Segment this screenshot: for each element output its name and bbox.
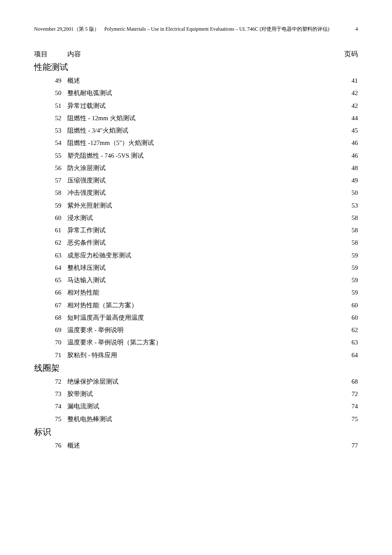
toc-item-page: 42 — [332, 100, 358, 112]
toc-item-page: 77 — [332, 439, 358, 452]
toc-row: 76概述77 — [34, 439, 358, 452]
toc-item-number: 61 — [34, 224, 67, 237]
toc-row: 71胶粘剂 - 特殊应用64 — [34, 349, 358, 361]
toc-item-number: 50 — [34, 87, 67, 99]
toc-item-content: 阻燃性 -127mm（5"）火焰测试 — [67, 137, 332, 149]
toc-item-content: 紫外光照射测试 — [67, 199, 332, 212]
toc-item-number: 56 — [34, 162, 67, 174]
toc-item-content: 异常过载测试 — [67, 100, 332, 112]
toc-row: 57压缩强度测试49 — [34, 174, 358, 187]
toc-item-content: 整机球压测试 — [67, 262, 332, 274]
toc-item-page: 45 — [332, 124, 358, 137]
column-headers: 项目 内容 页码 — [34, 50, 358, 59]
toc-row: 70温度要求 - 举例说明（第二方案）63 — [34, 336, 358, 349]
toc-item-content: 漏电流测试 — [67, 400, 332, 413]
toc-item-number: 66 — [34, 286, 67, 299]
toc-row: 64整机球压测试59 — [34, 262, 358, 274]
toc-item-number: 62 — [34, 237, 67, 249]
toc-row: 49概述41 — [34, 75, 358, 87]
toc-item-number: 68 — [34, 312, 67, 324]
toc-item-page: 63 — [332, 336, 358, 349]
toc-item-content: 相对热性能（第二方案） — [67, 299, 332, 312]
toc-item-content: 浸水测试 — [67, 212, 332, 224]
toc-item-page: 46 — [332, 150, 358, 162]
toc-row: 75整机电热棒测试75 — [34, 413, 358, 425]
toc-row: 53阻燃性 - 3/4"火焰测试45 — [34, 124, 358, 137]
toc-row: 67相对热性能（第二方案）60 — [34, 299, 358, 312]
header-date: November 29,2001（第 5 版） — [34, 26, 99, 33]
section-title: 标识 — [34, 426, 358, 438]
toc-item-content: 概述 — [67, 75, 332, 87]
toc-row: 68短时温度高于最高使用温度60 — [34, 312, 358, 324]
page-header: November 29,2001（第 5 版） Polymeric Materi… — [34, 26, 358, 33]
toc-item-content: 防火涂层测试 — [67, 162, 332, 174]
table-of-contents: 性能测试49概述4150整机耐电弧测试4251异常过载测试4252阻燃性 - 1… — [34, 61, 358, 452]
toc-row: 54阻燃性 -127mm（5"）火焰测试46 — [34, 137, 358, 149]
toc-item-number: 51 — [34, 100, 67, 112]
toc-row: 73胶带测试72 — [34, 388, 358, 400]
toc-item-number: 76 — [34, 439, 67, 452]
toc-item-number: 73 — [34, 388, 67, 400]
toc-row: 56防火涂层测试48 — [34, 162, 358, 174]
toc-row: 62恶劣条件测试58 — [34, 237, 358, 249]
toc-item-page: 59 — [332, 286, 358, 299]
toc-item-number: 52 — [34, 112, 67, 124]
toc-item-page: 60 — [332, 312, 358, 324]
toc-item-content: 冲击强度测试 — [67, 187, 332, 199]
toc-row: 74漏电流测试74 — [34, 400, 358, 413]
toc-item-content: 马达输入测试 — [67, 274, 332, 286]
toc-item-content: 整机电热棒测试 — [67, 413, 332, 425]
header-page-number: 4 — [347, 26, 358, 32]
toc-item-content: 温度要求 - 举例说明 — [67, 324, 332, 336]
toc-item-number: 53 — [34, 124, 67, 137]
toc-item-content: 胶粘剂 - 特殊应用 — [67, 349, 332, 361]
toc-item-number: 57 — [34, 174, 67, 187]
toc-item-number: 60 — [34, 212, 67, 224]
toc-item-page: 59 — [332, 249, 358, 262]
toc-item-content: 相对热性能 — [67, 286, 332, 299]
section-title: 线圈架 — [34, 362, 358, 374]
toc-row: 51异常过载测试42 — [34, 100, 358, 112]
toc-item-page: 41 — [332, 75, 358, 87]
toc-item-page: 58 — [332, 224, 358, 237]
toc-item-content: 概述 — [67, 439, 332, 452]
toc-item-number: 64 — [34, 262, 67, 274]
toc-item-page: 48 — [332, 162, 358, 174]
toc-row: 63成形应力松驰变形测试59 — [34, 249, 358, 262]
toc-item-number: 72 — [34, 376, 67, 388]
section-title: 性能测试 — [34, 61, 358, 73]
toc-item-page: 59 — [332, 274, 358, 286]
toc-item-number: 59 — [34, 199, 67, 212]
toc-item-page: 60 — [332, 299, 358, 312]
toc-item-number: 58 — [34, 187, 67, 199]
toc-item-number: 49 — [34, 75, 67, 87]
toc-item-number: 71 — [34, 349, 67, 361]
toc-item-number: 67 — [34, 299, 67, 312]
toc-item-page: 46 — [332, 137, 358, 149]
toc-item-number: 75 — [34, 413, 67, 425]
toc-item-content: 异常工作测试 — [67, 224, 332, 237]
toc-row: 66相对热性能59 — [34, 286, 358, 299]
toc-row: 60浸水测试58 — [34, 212, 358, 224]
column-header-page: 页码 — [332, 50, 358, 59]
toc-item-number: 63 — [34, 249, 67, 262]
toc-item-content: 短时温度高于最高使用温度 — [67, 312, 332, 324]
toc-item-content: 绝缘保护涂层测试 — [67, 376, 332, 388]
toc-item-content: 压缩强度测试 — [67, 174, 332, 187]
toc-item-page: 59 — [332, 262, 358, 274]
toc-item-content: 恶劣条件测试 — [67, 237, 332, 249]
column-header-content: 内容 — [67, 50, 332, 59]
header-title: Polymeric Materials – Use in Electrical … — [104, 26, 329, 33]
toc-row: 52阻燃性 - 12mm 火焰测试44 — [34, 112, 358, 124]
toc-row: 61异常工作测试58 — [34, 224, 358, 237]
toc-item-content: 成形应力松驰变形测试 — [67, 249, 332, 262]
toc-item-content: 阻燃性 - 12mm 火焰测试 — [67, 112, 332, 124]
toc-item-page: 58 — [332, 212, 358, 224]
toc-row: 69温度要求 - 举例说明62 — [34, 324, 358, 336]
toc-item-number: 65 — [34, 274, 67, 286]
toc-item-content: 塑壳阻燃性 - 746 -5VS 测试 — [67, 150, 332, 162]
toc-item-number: 70 — [34, 336, 67, 349]
toc-item-page: 74 — [332, 400, 358, 413]
toc-item-content: 阻燃性 - 3/4"火焰测试 — [67, 124, 332, 137]
toc-item-page: 42 — [332, 87, 358, 99]
